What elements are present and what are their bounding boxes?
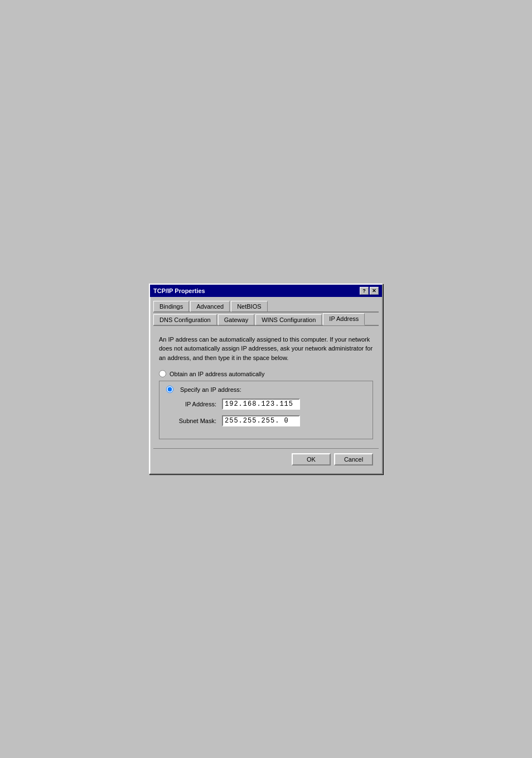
tab-wins-configuration[interactable]: WINS Configuration xyxy=(255,314,322,325)
tab-bindings[interactable]: Bindings xyxy=(153,301,189,312)
ip-address-input[interactable] xyxy=(222,399,300,410)
tabs-row-2: DNS Configuration Gateway WINS Configura… xyxy=(153,313,379,326)
cancel-button[interactable]: Cancel xyxy=(334,453,373,466)
dialog-body: Bindings Advanced NetBIOS DNS Configurat… xyxy=(150,297,382,474)
subnet-mask-label: Subnet Mask: xyxy=(166,418,216,424)
description-text: An IP address can be automatically assig… xyxy=(159,335,373,363)
tab-advanced[interactable]: Advanced xyxy=(190,301,230,312)
tab-netbios[interactable]: NetBIOS xyxy=(231,301,267,312)
radio-auto[interactable] xyxy=(159,370,166,377)
radio-specify[interactable] xyxy=(166,386,173,393)
bottom-bar: OK Cancel xyxy=(153,448,379,470)
specify-fieldset: Specify an IP address: IP Address: Subne… xyxy=(159,381,373,439)
content-area: An IP address can be automatically assig… xyxy=(153,330,379,444)
help-button[interactable]: ? xyxy=(360,287,369,295)
title-bar-buttons: ? ✕ xyxy=(360,287,379,295)
radio-auto-row: Obtain an IP address automatically xyxy=(159,370,373,377)
tab-dns-configuration[interactable]: DNS Configuration xyxy=(153,314,217,325)
radio-auto-label[interactable]: Obtain an IP address automatically xyxy=(170,371,264,377)
title-bar: TCP/IP Properties ? ✕ xyxy=(150,285,382,297)
close-button[interactable]: ✕ xyxy=(370,287,379,295)
tab-gateway[interactable]: Gateway xyxy=(218,314,254,325)
dialog-title: TCP/IP Properties xyxy=(153,287,360,294)
tcpip-properties-dialog: TCP/IP Properties ? ✕ Bindings Advanced … xyxy=(149,284,383,475)
tabs-row-1: Bindings Advanced NetBIOS xyxy=(153,300,379,313)
subnet-mask-input[interactable] xyxy=(222,415,300,426)
ok-button[interactable]: OK xyxy=(292,453,331,466)
radio-specify-label: Specify an IP address: xyxy=(180,386,241,393)
ip-address-row: IP Address: xyxy=(166,399,366,410)
tab-ip-address[interactable]: IP Address xyxy=(323,313,365,325)
ip-address-label: IP Address: xyxy=(166,401,216,407)
specify-legend: Specify an IP address: xyxy=(166,386,366,393)
subnet-mask-row: Subnet Mask: xyxy=(166,415,366,426)
